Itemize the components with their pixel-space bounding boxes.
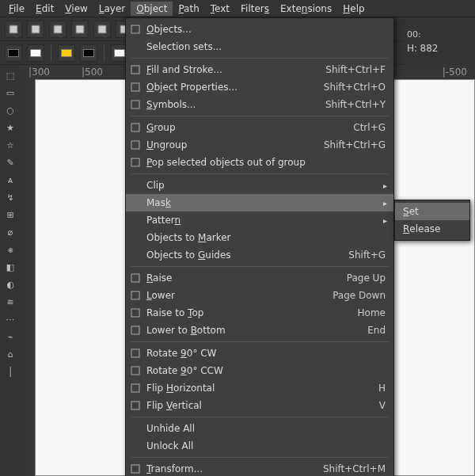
menuitem-objects[interactable]: Objects... bbox=[126, 21, 393, 38]
menuitem-label: Flip Vertical bbox=[146, 400, 379, 411]
menuitem-symbols[interactable]: Symbols...Shift+Ctrl+Y bbox=[126, 96, 393, 113]
menuitem-selection-sets[interactable]: Selection sets... bbox=[126, 38, 393, 55]
tool-10[interactable]: ⎈ bbox=[3, 242, 17, 257]
props-icon bbox=[129, 81, 142, 93]
tool-3[interactable]: ★ bbox=[3, 120, 17, 135]
menu-path[interactable]: Path bbox=[173, 2, 204, 16]
menuitem-lower-to-bottom[interactable]: Lower to BottomEnd bbox=[126, 322, 393, 339]
object-menu: Objects...Selection sets...Fill and Stro… bbox=[125, 17, 394, 476]
pop-icon bbox=[129, 156, 142, 169]
new-button[interactable] bbox=[5, 21, 22, 38]
lowerbot-icon bbox=[129, 324, 142, 337]
lower-icon bbox=[129, 289, 142, 302]
tool-17[interactable]: │ bbox=[3, 364, 17, 379]
tool-2[interactable]: ○ bbox=[3, 103, 17, 117]
menuitem-transform[interactable]: Transform...Shift+Ctrl+M bbox=[126, 460, 393, 476]
tool-1[interactable]: ▭ bbox=[3, 86, 17, 100]
tool-11[interactable]: ◧ bbox=[3, 260, 17, 274]
ungroup-icon bbox=[129, 139, 142, 151]
menuitem-rotate-90-cw[interactable]: Rotate 90° CW bbox=[126, 345, 393, 362]
svg-rect-26 bbox=[131, 465, 139, 473]
ruler-tick: |-500 bbox=[443, 67, 467, 78]
tool-14[interactable]: ⋯ bbox=[3, 312, 17, 326]
fliph-icon bbox=[129, 382, 142, 394]
tool-5[interactable]: ✎ bbox=[3, 155, 17, 169]
tool-12[interactable]: ◐ bbox=[3, 277, 17, 291]
menuitem-object-properties[interactable]: Object Properties...Shift+Ctrl+O bbox=[126, 78, 393, 96]
tool-9[interactable]: ⌀ bbox=[3, 225, 17, 239]
menuitem-flip-vertical[interactable]: Flip VerticalV bbox=[126, 397, 393, 414]
menu-edit[interactable]: Edit bbox=[30, 2, 59, 16]
menu-text[interactable]: Text bbox=[205, 2, 235, 16]
svg-rect-1 bbox=[32, 25, 40, 33]
svg-rect-0 bbox=[10, 25, 17, 33]
menuitem-unlock-all[interactable]: Unlock All bbox=[126, 437, 393, 455]
vertical-ruler bbox=[21, 79, 35, 476]
tool-7[interactable]: ↯ bbox=[3, 190, 17, 204]
svg-rect-14 bbox=[131, 101, 139, 109]
tool-15[interactable]: ⌁ bbox=[3, 329, 17, 344]
print-button[interactable] bbox=[71, 21, 89, 38]
menu-file[interactable]: File bbox=[3, 2, 30, 16]
swatch-0[interactable] bbox=[5, 44, 22, 62]
svg-rect-17 bbox=[131, 158, 139, 166]
menuitem-label: Object Properties... bbox=[146, 82, 324, 93]
swatch-1[interactable] bbox=[27, 44, 44, 62]
menuitem-fill-and-stroke[interactable]: Fill and Stroke...Shift+Ctrl+F bbox=[126, 61, 393, 78]
menuitem-ungroup[interactable]: UngroupShift+Ctrl+G bbox=[126, 136, 393, 154]
menuitem-accel: Page Down bbox=[332, 290, 386, 301]
save-button[interactable] bbox=[49, 21, 66, 38]
menuitem-label: Symbols... bbox=[146, 99, 325, 110]
menuitem-rotate-90-ccw[interactable]: Rotate 90° CCW bbox=[126, 362, 393, 379]
menuitem-unhide-all[interactable]: Unhide All bbox=[126, 420, 393, 437]
readout-w: 00: bbox=[407, 29, 472, 40]
submenuitem-set[interactable]: Set bbox=[395, 203, 469, 220]
ruler-tick: |300 bbox=[28, 67, 50, 78]
tool-8[interactable]: ⊞ bbox=[3, 208, 17, 222]
menuitem-flip-horizontal[interactable]: Flip HorizontalH bbox=[126, 379, 393, 397]
tool-0[interactable]: ⬚ bbox=[3, 68, 17, 82]
menuitem-raise[interactable]: RaisePage Up bbox=[126, 269, 393, 287]
menuitem-accel: Home bbox=[358, 307, 386, 318]
tool-4[interactable]: ☆ bbox=[3, 138, 17, 152]
mask-submenu: SetRelease bbox=[394, 200, 470, 241]
swatch-3[interactable] bbox=[80, 44, 97, 62]
menuitem-pop-selected-objects-out-of-group[interactable]: Pop selected objects out of group bbox=[126, 154, 393, 171]
menuitem-clip[interactable]: Clip bbox=[126, 177, 393, 194]
menuitem-raise-to-top[interactable]: Raise to TopHome bbox=[126, 304, 393, 322]
svg-rect-3 bbox=[76, 25, 84, 33]
dimension-readouts: 00: H: 882 bbox=[404, 17, 475, 65]
swatch-2[interactable] bbox=[58, 44, 75, 62]
menuitem-label: Pattern bbox=[146, 215, 386, 226]
submenuitem-release[interactable]: Release bbox=[395, 220, 469, 238]
tool-6[interactable]: ᴀ bbox=[3, 173, 17, 187]
menuitem-label: Selection sets... bbox=[146, 41, 386, 52]
menuitem-label: Transform... bbox=[146, 463, 323, 474]
menuitem-group[interactable]: GroupCtrl+G bbox=[126, 119, 393, 136]
import-button[interactable] bbox=[93, 21, 111, 38]
menuitem-pattern[interactable]: Pattern bbox=[126, 211, 393, 229]
svg-rect-11 bbox=[131, 25, 139, 33]
svg-rect-15 bbox=[131, 124, 139, 131]
menuitem-lower[interactable]: LowerPage Down bbox=[126, 287, 393, 304]
tool-16[interactable]: ⌂ bbox=[3, 347, 17, 361]
menuitem-accel: Shift+Ctrl+G bbox=[324, 139, 386, 150]
menuitem-label: Clip bbox=[146, 180, 386, 191]
menuitem-label: Lower bbox=[146, 290, 332, 301]
group-icon bbox=[129, 121, 142, 134]
menuitem-label: Objects to Marker bbox=[146, 232, 386, 243]
menuitem-mask[interactable]: Mask bbox=[126, 194, 393, 211]
menuitem-objects-to-guides[interactable]: Objects to GuidesShift+G bbox=[126, 246, 393, 264]
menuitem-objects-to-marker[interactable]: Objects to Marker bbox=[126, 229, 393, 246]
menu-object[interactable]: Object bbox=[131, 2, 173, 16]
open-button[interactable] bbox=[27, 21, 44, 38]
menu-layer[interactable]: Layer bbox=[93, 2, 131, 16]
tool-13[interactable]: ≋ bbox=[3, 295, 17, 309]
menu-extensions[interactable]: Extensions bbox=[275, 2, 337, 16]
rotcw-icon bbox=[129, 347, 142, 360]
svg-rect-2 bbox=[54, 25, 62, 33]
menu-view[interactable]: View bbox=[59, 2, 93, 16]
menu-filters[interactable]: Filters bbox=[235, 2, 275, 16]
menuitem-accel: V bbox=[379, 400, 386, 411]
menu-help[interactable]: Help bbox=[337, 2, 370, 16]
